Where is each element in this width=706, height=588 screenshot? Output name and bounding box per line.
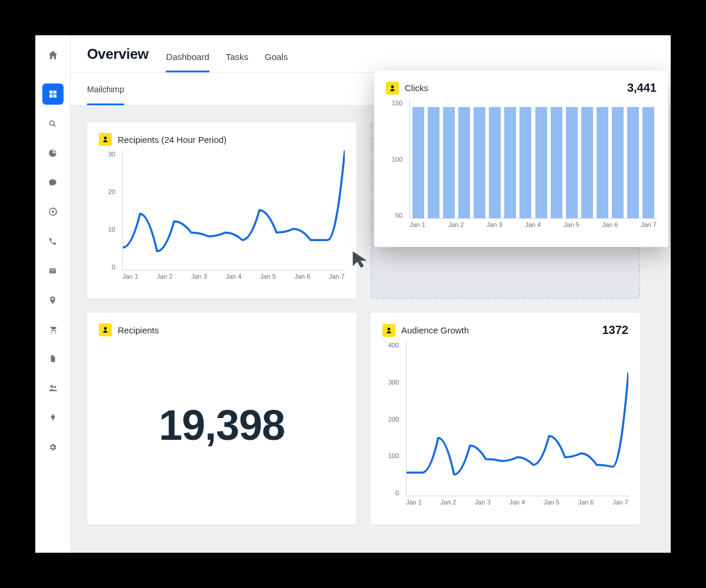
svg-line-5	[54, 125, 55, 126]
svg-rect-2	[49, 95, 52, 98]
clicks-metric: 3,441	[627, 81, 657, 95]
card-title: Recipients	[118, 325, 159, 335]
chart-clicks: 15010050 Jan 1Jan 2Jan 3Jan 4Jan 5Jan 6J…	[386, 99, 657, 236]
topbar: Overview Dashboard Tasks Goals	[71, 35, 671, 73]
map-pin-icon[interactable]	[42, 289, 64, 310]
mailchimp-icon	[99, 133, 112, 146]
tab-tasks[interactable]: Tasks	[226, 52, 248, 72]
svg-rect-1	[53, 91, 56, 93]
mailchimp-icon	[386, 82, 399, 95]
card-recipients-24h[interactable]: Recipients (24 Hour Period) 3020100 Jan …	[87, 122, 357, 299]
comment-icon[interactable]	[42, 172, 64, 193]
tab-goals[interactable]: Goals	[265, 52, 288, 72]
drag-cursor-icon	[349, 248, 371, 269]
svg-point-10	[50, 385, 53, 388]
card-recipients-total[interactable]: Recipients 19,398	[87, 313, 357, 524]
plug-icon[interactable]	[42, 407, 64, 428]
search-icon[interactable]	[42, 113, 64, 134]
mailchimp-icon	[382, 324, 395, 337]
svg-rect-3	[53, 95, 56, 98]
recipients-total-value: 19,398	[99, 336, 345, 514]
card-audience-growth[interactable]: Audience Growth 1372 4003002001000 Jan 1…	[371, 313, 640, 524]
home-icon[interactable]	[44, 46, 62, 65]
svg-point-11	[54, 386, 56, 388]
cart-icon[interactable]	[42, 319, 64, 340]
svg-point-8	[51, 332, 52, 333]
audience-growth-metric: 1372	[602, 323, 629, 337]
chart-audience-growth: 4003002001000 Jan 1Jan 2Jan 3Jan 4Jan 5J…	[382, 342, 628, 514]
page-title: Overview	[87, 46, 148, 62]
sidebar	[35, 35, 71, 553]
card-title: Audience Growth	[401, 325, 469, 335]
mailchimp-icon	[99, 323, 112, 336]
svg-point-7	[52, 211, 54, 213]
envelope-icon[interactable]	[42, 260, 64, 281]
integration-tab-mailchimp[interactable]: Mailchimp	[87, 73, 124, 105]
svg-point-19	[104, 136, 107, 139]
svg-point-22	[391, 85, 394, 88]
tab-dashboard[interactable]: Dashboard	[166, 52, 209, 72]
svg-point-21	[388, 328, 391, 330]
svg-point-9	[54, 332, 55, 333]
card-title: Recipients (24 Hour Period)	[118, 135, 227, 145]
card-title: Clicks	[405, 83, 428, 93]
svg-point-4	[50, 121, 55, 125]
chart-recipients-24h: 3020100 Jan 1Jan 2Jan 3Jan 4Jan 5Jan 6Ja…	[99, 151, 345, 288]
card-clicks-dragging[interactable]: Clicks 3,441 15010050 Jan 1Jan 2Jan 3Jan…	[374, 71, 668, 247]
file-icon[interactable]	[42, 348, 64, 369]
svg-rect-0	[49, 91, 52, 93]
phone-icon[interactable]	[42, 230, 64, 252]
users-icon[interactable]	[42, 377, 64, 399]
svg-point-20	[104, 327, 107, 330]
dashboard-grid-icon[interactable]	[42, 83, 64, 105]
pie-chart-icon[interactable]	[42, 142, 64, 163]
main-tabs: Dashboard Tasks Goals	[166, 35, 288, 72]
gear-icon[interactable]	[42, 436, 64, 457]
target-icon[interactable]	[42, 201, 64, 222]
